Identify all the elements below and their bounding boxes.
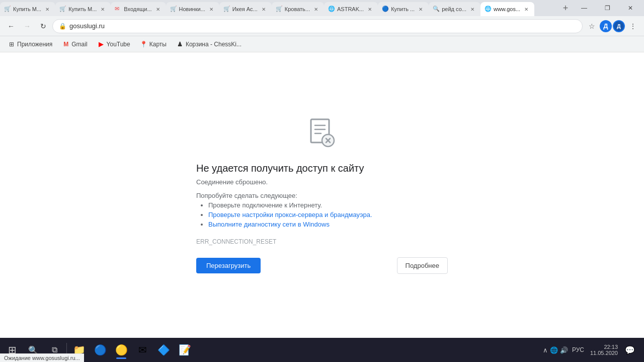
clock-date: 11.05.2020 [590,350,618,356]
proxy-settings-link[interactable]: Проверьте настройки прокси-сервера и бра… [208,211,372,219]
tab-close-button[interactable]: ✕ [417,5,425,13]
tab-label: Новинки... [179,6,205,12]
bookmark-label: YouTube [107,41,130,48]
bookmark-приложения[interactable]: ⊞ Приложения [4,39,56,50]
forward-button[interactable]: → [20,19,34,33]
telegram-taskbar[interactable]: 🔷 [153,340,174,360]
sync-profile-button[interactable]: Д [613,20,625,32]
tab-7[interactable]: 🌐 ASTRAK... ✕ [324,2,378,16]
tab-favicon: 🛒 [59,6,66,13]
show-hidden-icons[interactable]: ∧ [543,346,548,354]
bookmark-карты[interactable]: 📍 Карты [136,39,171,50]
suggestion-2[interactable]: Проверьте настройки прокси-сервера и бра… [208,211,372,219]
tab-favicon: 🔍 [433,6,440,13]
tab-close-button[interactable]: ✕ [99,5,107,13]
tab-label: Икея Ас... [232,6,258,12]
tab-1[interactable]: 🛒 Купить М... ✕ [0,2,55,16]
tab-label: Кровать... [285,6,310,12]
bookmark-favicon: ⊞ [8,41,15,48]
bookmark-label: Приложения [17,41,52,48]
clock-time: 22:13 [604,344,618,350]
volume-icon[interactable]: 🔊 [560,346,568,354]
bookmark-favicon: 📍 [140,41,147,48]
tab-4[interactable]: 🛒 Новинки... ✕ [166,2,219,16]
network-icon[interactable]: 🌐 [550,346,558,354]
mail-taskbar[interactable]: ✉ [132,340,152,360]
notification-button[interactable]: 💬 [622,342,638,358]
tab-favicon: 🛒 [276,6,283,13]
tab-8[interactable]: 🔵 Купить ... ✕ [378,2,429,16]
suggestion-3[interactable]: Выполните диагностику сети в Windows [208,221,372,228]
tab-favicon: 🛒 [170,6,177,13]
bookmark-favicon: ▶ [98,41,105,48]
restore-button[interactable]: ❐ [596,0,619,16]
tab-close-button[interactable]: ✕ [43,5,51,13]
address-text: gosuslugi.ru [69,22,576,30]
bookmark-label: Gmail [71,41,87,48]
error-buttons: Перезагрузить Подробнее [196,257,448,274]
error-suggestions-list: Проверьте подключение к Интернету. Прове… [196,201,372,230]
error-icon-area [306,116,338,151]
back-button[interactable]: ← [4,19,18,33]
tab-label: рейд со... [442,6,466,12]
browser-content: Не удается получить доступ к сайту Соеди… [0,52,644,338]
bookmark-корзина---chesski...[interactable]: ♟ Корзина - ChessKi... [173,39,246,50]
edge-taskbar[interactable]: 🔵 [90,340,110,360]
tab-label: Купить ... [391,6,415,12]
new-tab-button[interactable]: + [558,1,573,15]
tab-favicon: 🛒 [223,6,230,13]
error-subtitle: Соединение сброшено. [196,178,268,186]
toolbar-right: ☆ Д Д ⋮ [585,19,640,33]
suggestion-1: Проверьте подключение к Интернету. [208,201,372,209]
status-text: Ожидание www.gosuslugi.ru... [4,355,80,361]
bookmark-gmail[interactable]: M Gmail [58,39,91,50]
tab-label: Входящи... [124,6,151,12]
tab-close-button[interactable]: ✕ [154,5,162,13]
tab-favicon: 🌐 [485,6,492,13]
close-button[interactable]: ✕ [619,0,642,16]
tab-close-button[interactable]: ✕ [207,5,215,13]
details-button[interactable]: Подробнее [397,257,448,274]
titlebar: 🛒 Купить М... ✕ 🛒 Купить М... ✕ ✉ Входящ… [0,0,644,16]
tab-2[interactable]: 🛒 Купить М... ✕ [55,2,111,16]
bookmarks-bar: ⊞ Приложения M Gmail ▶ YouTube 📍 Карты ♟… [0,36,644,52]
profile-button[interactable]: Д [600,20,612,32]
reload-button[interactable]: ↻ [36,19,50,33]
extensions-button[interactable]: ⋮ [626,19,640,33]
address-security-icon: 🔒 [59,23,66,30]
tab-close-button[interactable]: ✕ [260,5,268,13]
tab-favicon: ✉ [115,6,122,13]
taskbar: ⊞ 🔍 ⧉ 📁 🔵 🟡 ✉ 🔷 📝 ∧ 🌐 🔊 РУС 22:13 11.05.… [0,338,644,362]
tab-favicon: 🔵 [382,6,389,13]
bookmark-favicon: M [62,41,69,48]
address-bar[interactable]: 🔒 gosuslugi.ru [52,19,583,33]
diagnostics-link[interactable]: Выполните диагностику сети в Windows [208,221,330,228]
tab-9[interactable]: 🔍 рейд со... ✕ [429,2,480,16]
tab-label: ASTRAK... [337,6,364,12]
tab-3[interactable]: ✉ Входящи... ✕ [111,2,166,16]
tab-close-button[interactable]: ✕ [312,5,320,13]
bookmark-label: Карты [149,41,167,48]
tab-close-button[interactable]: ✕ [522,5,530,13]
minimize-button[interactable]: — [573,0,596,16]
tab-label: www.gos... [494,6,520,12]
error-title: Не удается получить доступ к сайту [196,163,364,174]
tabs-container: 🛒 Купить М... ✕ 🛒 Купить М... ✕ ✉ Входящ… [0,0,558,16]
tab-10[interactable]: 🌐 www.gos... ✕ [480,2,534,16]
tab-close-button[interactable]: ✕ [468,5,476,13]
word-taskbar[interactable]: 📝 [175,340,195,360]
bookmark-label: Корзина - ChessKi... [186,41,242,48]
browser-toolbar: ← → ↻ 🔒 gosuslugi.ru ☆ Д Д ⋮ [0,16,644,36]
bookmark-star-button[interactable]: ☆ [585,19,599,33]
tab-5[interactable]: 🛒 Икея Ас... ✕ [219,2,272,16]
bookmark-youtube[interactable]: ▶ YouTube [94,39,134,50]
reload-page-button[interactable]: Перезагрузить [196,258,261,273]
tab-6[interactable]: 🛒 Кровать... ✕ [272,2,324,16]
chrome-taskbar[interactable]: 🟡 [111,340,131,360]
tab-close-button[interactable]: ✕ [366,5,374,13]
clock[interactable]: 22:13 11.05.2020 [588,344,620,356]
error-container: Не удается получить доступ к сайту Соеди… [196,116,448,274]
taskbar-right: ∧ 🌐 🔊 РУС 22:13 11.05.2020 💬 [543,342,642,358]
language-indicator[interactable]: РУС [570,346,586,353]
status-bar: Ожидание www.gosuslugi.ru... [0,353,84,362]
